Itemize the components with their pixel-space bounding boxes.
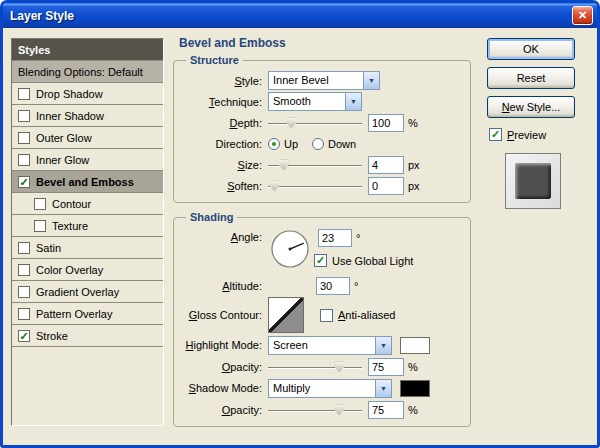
sidebar-item-label: Bevel and Emboss (36, 176, 134, 188)
sidebar-item-inner-shadow[interactable]: Inner Shadow (12, 105, 163, 127)
highlight-opacity-row: Opacity: % (182, 356, 462, 377)
checkbox[interactable] (18, 242, 30, 254)
sidebar-item-gradient-overlay[interactable]: Gradient Overlay (12, 281, 163, 303)
sidebar-item-label: Pattern Overlay (36, 308, 112, 320)
style-preview-swatch (515, 163, 551, 199)
slider-track (268, 410, 362, 412)
gloss-contour-thumbnail[interactable] (268, 297, 304, 333)
size-slider[interactable] (268, 157, 362, 173)
shadow-mode-row: Shadow Mode: Multiply ▼ (182, 377, 462, 399)
size-input[interactable] (368, 156, 404, 174)
style-row: Style: Inner Bevel ▼ (182, 70, 462, 91)
highlight-mode-label: Highlight Mode: (182, 339, 262, 351)
size-label: Size: (182, 159, 262, 171)
use-global-light-checkbox[interactable] (314, 254, 327, 267)
checkbox[interactable] (18, 286, 30, 298)
checkbox[interactable] (18, 154, 30, 166)
sidebar-item-inner-glow[interactable]: Inner Glow (12, 149, 163, 171)
altitude-input[interactable] (316, 277, 350, 295)
angle-input[interactable] (318, 229, 352, 247)
close-button[interactable]: ✕ (572, 6, 593, 25)
altitude-label: Altitude: (182, 280, 262, 292)
new-style-button[interactable]: New Style... (487, 96, 575, 118)
chevron-down-icon[interactable]: ▼ (345, 93, 361, 110)
shading-group: Shading Angle: ° Use Global Light (173, 211, 471, 427)
shadow-opacity-slider[interactable] (268, 402, 362, 418)
page-title: Bevel and Emboss (179, 36, 481, 50)
title-bar[interactable]: Layer Style ✕ (3, 3, 597, 28)
checkbox[interactable] (18, 88, 30, 100)
checkbox[interactable] (18, 264, 30, 276)
angle-dial[interactable] (270, 229, 310, 269)
angle-row: Angle: ° Use Global Light (182, 227, 462, 275)
shadow-opacity-unit: % (408, 404, 418, 416)
anti-aliased-checkbox[interactable] (320, 309, 333, 322)
anti-aliased-row: Anti-aliased (320, 309, 395, 322)
slider-thumb[interactable] (287, 118, 296, 129)
shadow-mode-select[interactable]: Multiply ▼ (268, 379, 392, 398)
sidebar-item-label: Texture (52, 220, 88, 232)
chevron-down-icon[interactable]: ▼ (375, 380, 391, 397)
slider-track (268, 123, 362, 125)
chevron-down-icon[interactable]: ▼ (375, 337, 391, 354)
sidebar-item-label: Gradient Overlay (36, 286, 119, 298)
highlight-opacity-slider[interactable] (268, 359, 362, 375)
sidebar-item-stroke[interactable]: Stroke (12, 325, 163, 347)
depth-slider[interactable] (268, 115, 362, 131)
shadow-opacity-input[interactable] (368, 401, 404, 419)
checkbox[interactable] (18, 176, 30, 188)
anti-aliased-label: Anti-aliased (338, 309, 395, 321)
checkbox[interactable] (18, 110, 30, 122)
close-icon: ✕ (578, 9, 587, 22)
sidebar-item-pattern-overlay[interactable]: Pattern Overlay (12, 303, 163, 325)
slider-thumb[interactable] (270, 181, 279, 192)
reset-button[interactable]: Reset (487, 67, 575, 89)
shadow-color-swatch[interactable] (400, 380, 430, 397)
sidebar-item-styles[interactable]: Styles (12, 39, 163, 61)
direction-up-radio[interactable] (268, 138, 280, 150)
shading-group-title: Shading (186, 211, 237, 223)
style-select[interactable]: Inner Bevel ▼ (268, 71, 380, 90)
sidebar-item-outer-glow[interactable]: Outer Glow (12, 127, 163, 149)
sidebar-item-label: Stroke (36, 330, 68, 342)
sidebar-item-satin[interactable]: Satin (12, 237, 163, 259)
highlight-opacity-unit: % (408, 361, 418, 373)
soften-slider[interactable] (268, 178, 362, 194)
sidebar-item-label: Contour (52, 198, 91, 210)
sidebar-item-bevel-and-emboss[interactable]: Bevel and Emboss (12, 171, 163, 193)
sidebar-item-color-overlay[interactable]: Color Overlay (12, 259, 163, 281)
slider-track (268, 186, 362, 188)
altitude-row: Altitude: ° (182, 275, 462, 296)
highlight-mode-select[interactable]: Screen ▼ (268, 336, 392, 355)
soften-input[interactable] (368, 177, 404, 195)
gloss-contour-label: Gloss Contour: (182, 309, 262, 321)
slider-thumb[interactable] (335, 405, 344, 416)
ok-button[interactable]: OK (487, 38, 575, 60)
shadow-mode-value: Multiply (269, 380, 375, 397)
action-column: OK Reset New Style... Preview (485, 38, 589, 209)
technique-select[interactable]: Smooth ▼ (268, 92, 362, 111)
checkbox[interactable] (34, 220, 46, 232)
depth-input[interactable] (368, 114, 404, 132)
sidebar-item-drop-shadow[interactable]: Drop Shadow (12, 83, 163, 105)
depth-row: Depth: % (182, 112, 462, 133)
slider-thumb[interactable] (335, 362, 344, 373)
checkbox[interactable] (18, 132, 30, 144)
highlight-color-swatch[interactable] (400, 337, 430, 354)
altitude-unit: ° (354, 280, 358, 292)
sidebar-item-contour[interactable]: Contour (12, 193, 163, 215)
technique-label: Technique: (182, 96, 262, 108)
preview-checkbox[interactable] (489, 128, 502, 141)
checkbox[interactable] (34, 198, 46, 210)
checkbox[interactable] (18, 330, 30, 342)
angle-unit: ° (356, 232, 360, 244)
chevron-down-icon[interactable]: ▼ (363, 72, 379, 89)
sidebar-item-texture[interactable]: Texture (12, 215, 163, 237)
slider-thumb[interactable] (279, 160, 288, 171)
direction-down-radio[interactable] (312, 138, 324, 150)
angle-label: Angle: (182, 231, 262, 243)
highlight-opacity-input[interactable] (368, 358, 404, 376)
sidebar-item-label: Blending Options: Default (18, 66, 143, 78)
checkbox[interactable] (18, 308, 30, 320)
sidebar-item-blending-options[interactable]: Blending Options: Default (12, 61, 163, 83)
